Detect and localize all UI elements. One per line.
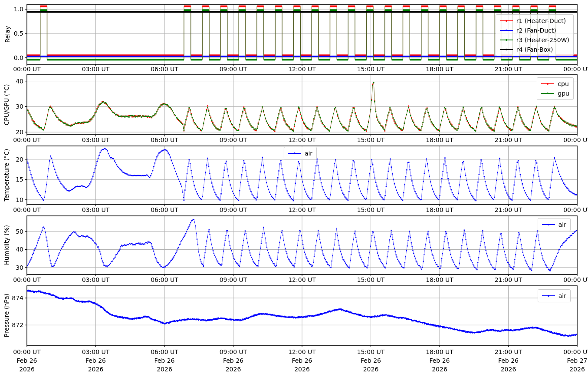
legend-line-sample [541,81,554,87]
legend-relay: r1 (Heater-Duct)r2 (Fan-Duct)r3 (Heater-… [496,14,574,56]
legend-entry: cpu [541,79,569,88]
x-tick-label-date: 21:00 UTFeb 262026 [495,348,522,374]
legend-entry: air [288,149,312,158]
x-tick-date: Feb 27 [563,356,588,365]
chart-canvas [0,0,588,374]
x-tick-label: 18:00 UT [426,136,453,144]
legend-entry: gpu [541,89,569,98]
x-tick-label: 00:00 UT [563,206,588,214]
x-tick-label: 18:00 UT [426,206,453,214]
x-tick-label: 15:00 UT [357,206,385,214]
x-tick-label: 09:00 UT [220,66,247,73]
x-tick-time: 18:00 UT [426,348,453,356]
y-tick-label: 15 [16,176,23,183]
x-tick-time: 00:00 UT [13,348,41,356]
x-tick-label-date: 15:00 UTFeb 262026 [357,348,385,374]
legend-cpu_gpu: cpugpu [537,77,574,100]
x-tick-label: 15:00 UT [357,276,385,284]
x-tick-label: 00:00 UT [13,276,41,284]
x-tick-label: 12:00 UT [288,66,316,73]
x-tick-time: 09:00 UT [220,348,247,356]
x-tick-label-date: 12:00 UTFeb 262026 [288,348,316,374]
y-tick-label: 1.0 [14,6,23,13]
x-tick-label: 06:00 UT [151,206,178,214]
x-tick-label-date: 18:00 UTFeb 262026 [426,348,453,374]
legend-line-sample [542,222,555,228]
legend-entry-label: air [558,221,566,228]
x-tick-year: 2026 [288,365,316,374]
x-tick-label: 00:00 UT [563,66,588,73]
y-tick-label: 20 [16,156,23,163]
x-tick-label: 21:00 UT [495,136,522,144]
legend-entry-label: cpu [558,80,568,87]
x-tick-year: 2026 [13,365,41,374]
y-tick-label: 872 [12,321,23,328]
x-tick-label: 00:00 UT [13,136,41,144]
legend-line-sample [541,90,554,96]
legend-entry-label: gpu [558,90,569,97]
x-tick-label: 12:00 UT [288,206,316,214]
x-tick-label: 09:00 UT [220,276,247,284]
x-tick-year: 2026 [82,365,110,374]
x-tick-label: 21:00 UT [495,206,522,214]
x-tick-time: 12:00 UT [288,348,316,356]
legend-line-sample [500,27,513,33]
y-tick-label: 40 [16,246,23,253]
legend-line-sample [500,37,513,43]
legend-marker-dot [506,39,507,41]
x-tick-label: 00:00 UT [563,276,588,284]
x-tick-label-date: 06:00 UTFeb 262026 [151,348,178,374]
x-tick-label: 00:00 UT [13,206,41,214]
legend-marker-dot [548,224,549,225]
legend-entry-label: r1 (Heater-Duct) [516,17,566,24]
legend-marker-dot [548,295,549,297]
x-tick-time: 06:00 UT [151,348,178,356]
x-tick-label: 03:00 UT [82,136,110,144]
x-tick-label: 06:00 UT [151,276,178,284]
legend-humidity: air [538,218,571,231]
x-tick-date: Feb 26 [495,356,522,365]
cpu-gpu-axis-label: CPU/GPU (°C) [3,84,10,126]
relay-axis-label: Relay [4,26,11,43]
legend-line-sample [500,18,513,24]
x-tick-label-date: 03:00 UTFeb 262026 [82,348,110,374]
x-tick-date: Feb 26 [82,356,110,365]
x-tick-label: 12:00 UT [288,276,316,284]
x-tick-date: Feb 26 [220,356,247,365]
legend-marker-dot [547,83,549,85]
x-tick-label-date: 09:00 UTFeb 262026 [220,348,247,374]
y-tick-label: 50 [16,228,23,235]
x-tick-date: Feb 26 [288,356,316,365]
legend-marker-dot [506,20,507,22]
x-tick-time: 15:00 UT [357,348,385,356]
x-tick-label: 15:00 UT [357,136,385,144]
x-tick-label: 06:00 UT [151,136,178,144]
y-tick-label: 0.0 [14,54,23,61]
x-tick-date: Feb 26 [426,356,453,365]
temperature-axis-label: Temperature (°C) [3,149,10,202]
pressure-axis-label: Pressure (hPa) [3,294,10,337]
legend-entry: r4 (Fan-Box) [500,45,569,54]
y-tick-label: 874 [12,295,23,301]
x-tick-label: 15:00 UT [357,66,385,73]
legend-pressure: air [538,289,571,302]
x-tick-date: Feb 26 [151,356,178,365]
x-tick-label: 09:00 UT [220,206,247,214]
x-tick-date: Feb 26 [357,356,385,365]
x-tick-label: 21:00 UT [495,66,522,73]
x-tick-label: 09:00 UT [220,136,247,144]
legend-entry-label: r2 (Fan-Duct) [516,27,556,34]
y-tick-label: 0.5 [14,30,23,37]
x-tick-label: 00:00 UT [13,66,41,73]
x-tick-label: 00:00 UT [563,136,588,144]
x-tick-label: 03:00 UT [82,66,110,73]
legend-marker-dot [506,49,507,50]
y-tick-label: 10 [16,196,23,203]
legend-temperature: air [284,147,317,160]
legend-entry: r3 (Heater-250W) [500,36,569,44]
x-tick-label: 03:00 UT [82,276,110,284]
legend-entry-label: r3 (Heater-250W) [516,36,569,43]
legend-entry-label: air [305,150,312,157]
x-tick-label: 03:00 UT [82,206,110,214]
x-tick-label: 18:00 UT [426,276,453,284]
